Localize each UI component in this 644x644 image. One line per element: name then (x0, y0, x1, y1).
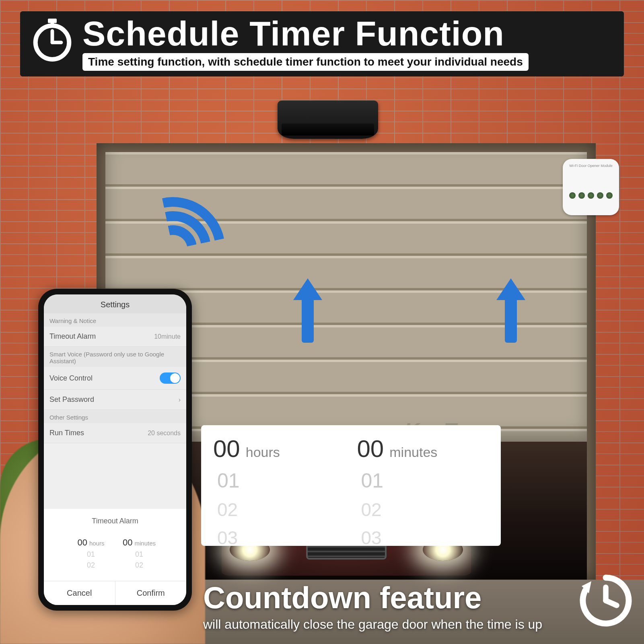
run-times-value: 20 seconds (148, 430, 181, 437)
screen-title: Settings (44, 294, 186, 313)
device-terminals (568, 192, 614, 199)
row-voice-control[interactable]: Voice Control (44, 367, 186, 390)
countdown-box: Countdown feature will automatically clo… (203, 582, 636, 632)
modal-title: Timeout Alarm (44, 517, 186, 525)
timeout-modal: Timeout Alarm 00 hours 01 02 00 minutes … (44, 509, 186, 605)
zoom-hours-next2: 02 (213, 499, 238, 521)
timeout-alarm-value: 10minute (154, 333, 181, 340)
hours-main: 00 (77, 537, 87, 547)
row-run-times[interactable]: Run Times 20 seconds (44, 423, 186, 443)
zoom-minutes-main: 00 (357, 435, 384, 463)
voice-control-label: Voice Control (49, 374, 93, 383)
top-banner: Schedule Timer Function Time setting fun… (20, 11, 624, 76)
row-set-password[interactable]: Set Password › (44, 390, 186, 410)
section-warning: Warning & Notice (44, 313, 186, 327)
zoom-time-picker[interactable]: 00 hours 01 02 03 00 minutes 01 02 03 (201, 425, 501, 546)
row-timeout-alarm[interactable]: Timeout Alarm 10minute (44, 327, 186, 347)
time-picker[interactable]: 00 hours 01 02 00 minutes 01 02 (44, 537, 186, 570)
zoom-minutes-column[interactable]: 00 minutes 01 02 03 (357, 435, 489, 542)
set-password-label: Set Password (49, 395, 94, 404)
hours-column[interactable]: 00 hours 01 02 (73, 537, 109, 570)
zoom-minutes-next1: 01 (357, 469, 384, 492)
countdown-subtitle: will automatically close the garage door… (203, 617, 568, 632)
smart-voice-note: Smart Voice (Password only use to Google… (44, 347, 186, 367)
hours-next: 01 (73, 550, 109, 559)
minutes-next: 01 (121, 550, 157, 559)
wall-light (278, 101, 378, 139)
device-label: Wi-Fi Door Opener Module (568, 164, 614, 168)
cancel-button[interactable]: Cancel (44, 581, 115, 605)
minutes-unit: minutes (134, 540, 156, 547)
timeout-alarm-label: Timeout Alarm (49, 332, 96, 341)
hours-unit: hours (89, 540, 105, 547)
up-arrow-icon (501, 278, 521, 343)
minutes-main: 00 (123, 537, 132, 547)
hours-next2: 02 (73, 561, 109, 570)
zoom-hours-unit: hours (246, 444, 280, 460)
section-other: Other Settings (44, 410, 186, 423)
banner-subtitle: Time setting function, with schedule tim… (82, 53, 529, 71)
zoom-hours-main: 00 (213, 435, 240, 463)
zoom-minutes-next2: 02 (357, 499, 382, 521)
phone-screen: Settings Warning & Notice Timeout Alarm … (44, 294, 186, 605)
run-times-label: Run Times (49, 429, 84, 437)
zoom-hours-next1: 01 (213, 469, 240, 492)
voice-control-toggle[interactable] (160, 372, 181, 384)
svg-line-7 (606, 601, 617, 605)
up-arrow-icon (298, 278, 318, 343)
wifi-module-device: Wi-Fi Door Opener Module (563, 159, 619, 215)
zoom-minutes-unit: minutes (389, 444, 437, 460)
zoom-minutes-next3: 03 (357, 527, 382, 546)
stopwatch-icon (30, 18, 74, 62)
banner-title: Schedule Timer Function (82, 15, 614, 51)
zoom-hours-next3: 03 (213, 527, 238, 546)
countdown-title: Countdown feature (203, 582, 568, 613)
confirm-button[interactable]: Confirm (115, 581, 187, 605)
chevron-right-icon: › (179, 396, 181, 403)
minutes-next2: 02 (121, 561, 157, 570)
minutes-column[interactable]: 00 minutes 01 02 (121, 537, 157, 570)
phone-mockup: Settings Warning & Notice Timeout Alarm … (38, 289, 192, 611)
history-icon (576, 570, 636, 631)
zoom-hours-column[interactable]: 00 hours 01 02 03 (213, 435, 345, 542)
